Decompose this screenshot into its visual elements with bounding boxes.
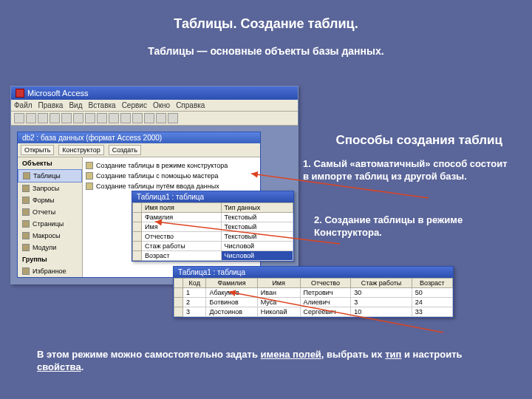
db-object-item[interactable]: Формы xyxy=(18,194,82,206)
objects-header: Объекты xyxy=(18,157,82,169)
db-toolbar[interactable]: ОткрытьКонструкторСоздать xyxy=(18,143,260,157)
toolbar-button[interactable] xyxy=(144,113,154,123)
datasheet-window: Таблица1 : таблица КодФамилияИмяОтчество… xyxy=(173,266,454,318)
design-row[interactable]: ИмяТекстовый xyxy=(133,222,293,232)
shortcut-icon xyxy=(86,172,93,180)
toolbar-button[interactable] xyxy=(73,113,83,123)
shortcut-icon xyxy=(86,183,93,190)
design-grid[interactable]: Имя поляТип данных ФамилияТекстовыйИмяТе… xyxy=(132,202,293,261)
design-row[interactable]: ФамилияТекстовый xyxy=(133,213,293,222)
toolbar-button[interactable] xyxy=(26,113,36,123)
toolbar-button[interactable] xyxy=(168,113,178,123)
toolbar-button[interactable] xyxy=(97,113,107,123)
datasheet-header[interactable]: Имя xyxy=(257,279,300,288)
datasheet-header[interactable]: Отчество xyxy=(300,279,351,288)
toolbar-button[interactable] xyxy=(38,113,48,123)
menu-item[interactable]: Вставка xyxy=(88,101,115,109)
db-toolbar-button[interactable]: Создать xyxy=(109,145,141,155)
db-group-item[interactable]: Избранное xyxy=(18,265,82,277)
db-object-item[interactable]: Макросы xyxy=(18,230,82,242)
design-row[interactable]: ВозрастЧисловой xyxy=(133,251,293,261)
toolbar-button[interactable] xyxy=(109,113,119,123)
datasheet-grid[interactable]: КодФамилияИмяОтчествоСтаж работыВозраст … xyxy=(174,278,453,317)
design-row[interactable]: ОтчествоТекстовый xyxy=(133,232,293,242)
object-icon xyxy=(22,185,30,192)
access-icon xyxy=(16,89,24,98)
toolbar-button[interactable] xyxy=(120,113,131,123)
object-icon xyxy=(23,172,30,180)
create-shortcut[interactable]: Создание таблицы с помощью мастера xyxy=(86,171,257,181)
db-object-item[interactable]: Отчеты xyxy=(18,206,82,218)
toolbar-button[interactable] xyxy=(85,113,95,123)
toolbar-button[interactable] xyxy=(156,113,166,123)
db-toolbar-button[interactable]: Конструктор xyxy=(58,145,103,155)
datasheet-header[interactable]: Код xyxy=(183,279,206,288)
menu-item[interactable]: Правка xyxy=(38,101,64,109)
toolbar[interactable] xyxy=(11,112,298,126)
menu-item[interactable]: Сервис xyxy=(122,101,147,109)
datasheet-header[interactable]: Фамилия xyxy=(206,279,257,288)
db-titlebar: db2 : база данных (формат Access 2000) xyxy=(18,132,260,143)
menubar[interactable]: ФайлПравкаВидВставкаСервисОкноСправка xyxy=(11,100,298,112)
db-object-item[interactable]: Запросы xyxy=(18,183,82,194)
datasheet-header[interactable]: Стаж работы xyxy=(351,279,412,288)
groups-header: Группы xyxy=(18,253,82,265)
methods-heading: Способы создания таблиц xyxy=(335,133,502,148)
toolbar-button[interactable] xyxy=(61,113,72,123)
db-toolbar-button[interactable]: Открыть xyxy=(21,145,54,155)
design-header[interactable]: Тип данных xyxy=(221,203,293,213)
design-titlebar: Таблица1 : таблица xyxy=(132,191,293,202)
app-title-text: Microsoft Access xyxy=(27,89,89,98)
object-icon xyxy=(22,232,30,239)
menu-item[interactable]: Вид xyxy=(69,101,82,109)
design-view-window: Таблица1 : таблица Имя поляТип данных Фа… xyxy=(132,191,294,262)
page-subtitle: Таблицы — основные объекты базы данных. xyxy=(0,45,532,57)
menu-item[interactable]: Файл xyxy=(14,101,33,109)
object-icon xyxy=(22,244,30,251)
object-icon xyxy=(22,208,30,216)
design-header[interactable]: Имя поля xyxy=(142,203,222,213)
toolbar-button[interactable] xyxy=(132,113,143,123)
menu-item[interactable]: Справка xyxy=(176,101,205,109)
toolbar-button[interactable] xyxy=(14,113,24,123)
toolbar-button[interactable] xyxy=(50,113,60,123)
shortcut-icon xyxy=(86,162,93,169)
method-2-text: 2. Создание таблицы в режиме Конструктор… xyxy=(314,214,506,239)
datasheet-titlebar: Таблица1 : таблица xyxy=(174,267,453,278)
method-1-text: 1. Самый «автоматичный» способ состоит в… xyxy=(303,158,510,183)
datasheet-row[interactable]: 2БотвиновМусаАлиевич324 xyxy=(174,298,453,307)
db-object-item[interactable]: Таблицы xyxy=(18,169,82,183)
create-shortcut[interactable]: Создание таблицы в режиме конструктора xyxy=(86,160,257,171)
datasheet-row[interactable]: 1АбакумовИванПетрович3050 xyxy=(174,288,453,298)
db-object-item[interactable]: Модули xyxy=(18,242,82,253)
menu-item[interactable]: Окно xyxy=(153,101,170,109)
object-icon xyxy=(22,220,30,228)
db-object-list[interactable]: ОбъектыТаблицыЗапросыФормыОтчетыСтраницы… xyxy=(18,157,83,277)
datasheet-header[interactable]: Возраст xyxy=(412,279,452,288)
datasheet-row[interactable]: 3ДостоиновНиколайСергеевич1033 xyxy=(174,307,453,317)
db-object-item[interactable]: Страницы xyxy=(18,218,82,230)
create-shortcut[interactable]: Создание таблицы путём ввода данных xyxy=(86,181,257,191)
app-titlebar: Microsoft Access xyxy=(11,86,298,100)
page-title: Таблицы. Создание таблиц. xyxy=(0,0,532,32)
object-icon xyxy=(22,197,30,204)
footer-text: В этом режиме можно самостоятельно задат… xyxy=(37,349,495,374)
design-row[interactable]: Стаж работыЧисловой xyxy=(133,242,293,251)
